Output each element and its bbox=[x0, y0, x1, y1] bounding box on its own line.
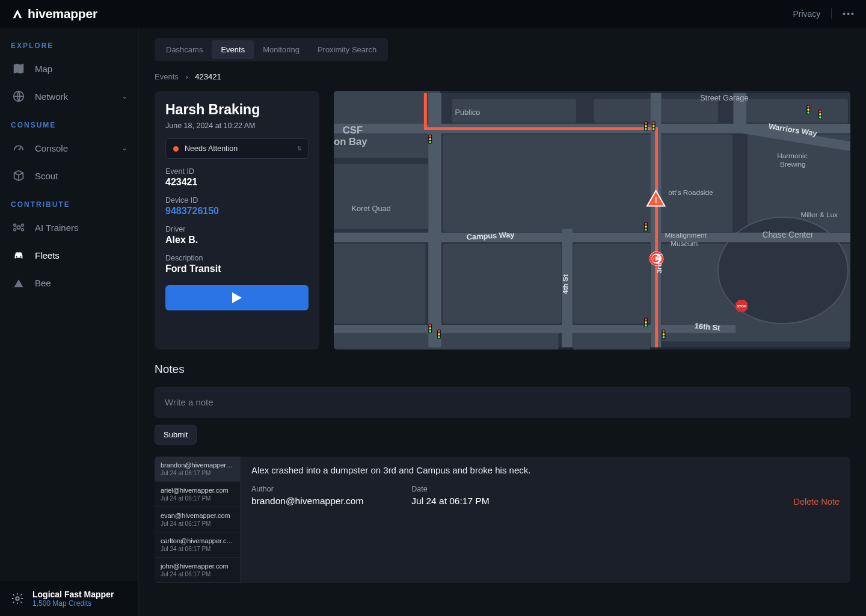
play-icon bbox=[232, 292, 242, 303]
svg-point-48 bbox=[653, 128, 655, 131]
status-select[interactable]: Needs Attention ⇅ bbox=[165, 138, 309, 159]
delete-note-button[interactable]: Delete Note bbox=[793, 497, 840, 507]
svg-text:Chase Center: Chase Center bbox=[763, 230, 814, 239]
note-input[interactable]: Write a note bbox=[155, 387, 850, 417]
sidebar-item-ai-trainers[interactable]: AI Trainers bbox=[0, 214, 138, 241]
privacy-link[interactable]: Privacy bbox=[793, 9, 820, 19]
svg-point-50 bbox=[807, 105, 809, 108]
status-dot-icon bbox=[173, 146, 179, 152]
svg-point-47 bbox=[653, 125, 655, 128]
more-menu-icon[interactable]: ••• bbox=[843, 9, 855, 19]
svg-rect-19 bbox=[443, 244, 562, 324]
date-label: Date bbox=[411, 485, 489, 493]
map-svg: ! STOP bbox=[334, 91, 850, 350]
notes-panel: brandon@hivemapper.c... Jul 24 at 06:17 … bbox=[155, 457, 850, 583]
svg-text:Miller & Lux: Miller & Lux bbox=[800, 211, 838, 218]
svg-text:!: ! bbox=[654, 195, 657, 205]
svg-rect-20 bbox=[573, 244, 650, 324]
note-ts: Jul 24 at 06:17 PM bbox=[161, 546, 234, 552]
svg-point-43 bbox=[645, 125, 647, 128]
note-text: Alex crashed into a dumpster on 3rd and … bbox=[251, 465, 840, 475]
svg-text:Brewing: Brewing bbox=[780, 160, 806, 168]
notes-heading: Notes bbox=[155, 363, 850, 376]
driver-label: Driver bbox=[165, 225, 309, 233]
breadcrumb: Events › 423421 bbox=[155, 72, 850, 81]
sidebar-section-contribute: CONTRIBUTE bbox=[0, 196, 138, 214]
sidebar-item-bee[interactable]: Bee bbox=[0, 269, 138, 297]
svg-point-54 bbox=[819, 110, 821, 112]
svg-rect-15 bbox=[334, 164, 428, 229]
chevron-down-icon: ⌄ bbox=[121, 92, 127, 100]
svg-point-1 bbox=[17, 226, 20, 229]
tab-proximity-search[interactable]: Proximity Search bbox=[309, 40, 385, 59]
svg-point-75 bbox=[662, 333, 665, 336]
svg-rect-31 bbox=[334, 325, 735, 333]
tab-dashcams[interactable]: Dashcams bbox=[157, 40, 212, 59]
svg-point-5 bbox=[22, 229, 24, 231]
svg-point-62 bbox=[429, 324, 431, 327]
svg-text:Misalignment: Misalignment bbox=[665, 231, 707, 239]
tabs: Dashcams Events Monitoring Proximity Sea… bbox=[155, 38, 388, 61]
note-list-item[interactable]: ariel@hivemapper.com Jul 24 at 06:17 PM bbox=[155, 482, 240, 507]
chevron-updown-icon: ⇅ bbox=[297, 146, 302, 152]
svg-point-76 bbox=[662, 336, 665, 339]
note-ts: Jul 24 at 06:17 PM bbox=[161, 470, 234, 476]
tab-events[interactable]: Events bbox=[212, 40, 254, 59]
brain-icon bbox=[12, 221, 25, 234]
brand-logo[interactable]: hivemapper bbox=[11, 7, 97, 21]
svg-text:CSF: CSF bbox=[343, 125, 363, 136]
sidebar-item-map[interactable]: Map bbox=[0, 55, 138, 82]
svg-point-63 bbox=[429, 327, 431, 330]
svg-point-60 bbox=[645, 229, 647, 231]
svg-point-71 bbox=[645, 321, 647, 324]
submit-button[interactable]: Submit bbox=[155, 425, 197, 445]
sidebar-item-console[interactable]: Console ⌄ bbox=[0, 134, 138, 162]
sidebar-item-label: Scout bbox=[35, 171, 58, 181]
date-value: Jul 24 at 06:17 PM bbox=[411, 496, 489, 507]
svg-point-52 bbox=[807, 111, 809, 114]
tab-monitoring[interactable]: Monitoring bbox=[254, 40, 309, 59]
event-id-label: Event ID bbox=[165, 167, 309, 176]
sidebar-item-fleets[interactable]: Fleets bbox=[0, 241, 138, 269]
sidebar-item-label: Map bbox=[35, 64, 52, 74]
note-list-item[interactable]: brandon@hivemapper.c... Jul 24 at 06:17 … bbox=[155, 457, 240, 482]
note-list-item[interactable]: john@hivemapper.com Jul 24 at 06:17 PM bbox=[155, 558, 240, 583]
svg-point-55 bbox=[819, 113, 821, 116]
sidebar-item-scout[interactable]: Scout bbox=[0, 162, 138, 189]
note-ts: Jul 24 at 06:17 PM bbox=[161, 520, 234, 527]
svg-text:Koret Quad: Koret Quad bbox=[351, 204, 390, 213]
svg-point-46 bbox=[653, 122, 655, 125]
svg-point-40 bbox=[429, 141, 431, 143]
sidebar-item-label: Fleets bbox=[35, 250, 60, 260]
sidebar-item-label: Console bbox=[35, 143, 68, 153]
breadcrumb-current: 423421 bbox=[195, 72, 221, 81]
note-list-item[interactable]: carlton@hivemapper.co... Jul 24 at 06:17… bbox=[155, 532, 240, 558]
svg-point-3 bbox=[22, 224, 24, 227]
svg-point-6 bbox=[16, 256, 17, 257]
svg-point-4 bbox=[14, 229, 16, 231]
svg-point-39 bbox=[429, 138, 431, 140]
brand-name: hivemapper bbox=[28, 7, 97, 21]
svg-point-56 bbox=[819, 116, 821, 119]
sidebar-item-network[interactable]: Network ⌄ bbox=[0, 82, 138, 110]
svg-rect-14 bbox=[735, 99, 848, 123]
car-icon bbox=[12, 248, 25, 262]
note-email: carlton@hivemapper.co... bbox=[161, 537, 234, 544]
device-id-value[interactable]: 9483726150 bbox=[165, 206, 309, 217]
sidebar-section-consume: CONSUME bbox=[0, 116, 138, 134]
play-button[interactable] bbox=[165, 285, 309, 310]
map-panel[interactable]: ! STOP bbox=[334, 91, 850, 350]
svg-text:Publico: Publico bbox=[455, 108, 480, 117]
svg-point-68 bbox=[438, 336, 440, 339]
svg-point-7 bbox=[20, 256, 22, 257]
svg-text:Street Garage: Street Garage bbox=[700, 93, 748, 102]
map-credits[interactable]: 1,500 Map Credits bbox=[32, 599, 114, 608]
breadcrumb-root[interactable]: Events bbox=[155, 72, 179, 81]
svg-rect-18 bbox=[334, 244, 425, 324]
svg-point-64 bbox=[429, 330, 431, 333]
description-label: Description bbox=[165, 254, 309, 262]
note-list-item[interactable]: evan@hivemapper.com Jul 24 at 06:17 PM bbox=[155, 507, 240, 532]
svg-point-58 bbox=[645, 223, 647, 225]
sidebar-footer[interactable]: Logical Fast Mapper 1,500 Map Credits bbox=[0, 581, 138, 616]
sidebar-section-explore: EXPLORE bbox=[0, 37, 138, 55]
